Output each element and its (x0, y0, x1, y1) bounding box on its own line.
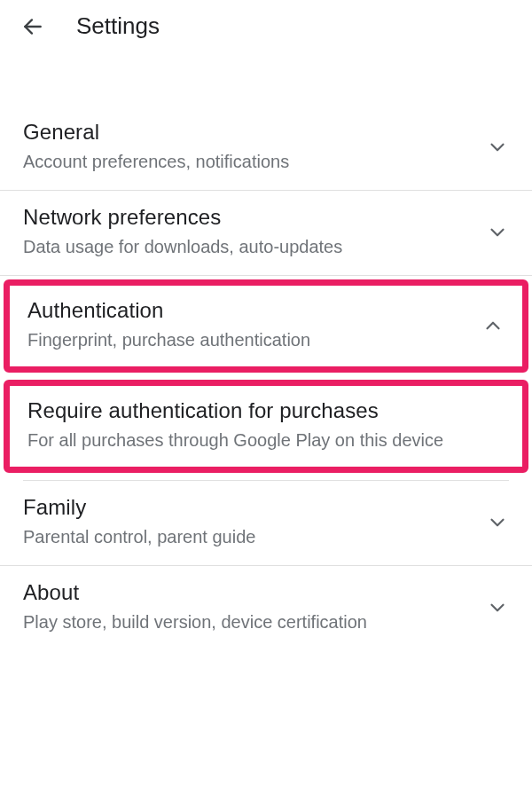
section-subtitle: Data usage for downloads, auto-updates (23, 235, 473, 259)
section-title: About (23, 580, 473, 605)
section-texts: Network preferences Data usage for downl… (23, 205, 473, 259)
section-subtitle: Play store, build version, device certif… (23, 610, 473, 634)
section-texts: General Account preferences, notificatio… (23, 120, 473, 174)
highlight-authentication: Authentication Fingerprint, purchase aut… (4, 279, 528, 373)
section-require-auth[interactable]: Require authentication for purchases For… (10, 386, 522, 467)
section-texts: Family Parental control, parent guide (23, 495, 473, 549)
section-title: Authentication (27, 298, 469, 323)
chevron-up-icon (481, 314, 505, 337)
section-general[interactable]: General Account preferences, notificatio… (0, 106, 532, 191)
section-subtitle: Parental control, parent guide (23, 525, 473, 549)
chevron-down-icon (486, 136, 509, 159)
section-network[interactable]: Network preferences Data usage for downl… (0, 191, 532, 276)
section-title: Family (23, 495, 473, 520)
section-texts: Authentication Fingerprint, purchase aut… (27, 298, 469, 352)
chevron-down-icon (486, 596, 509, 619)
back-button[interactable] (21, 15, 44, 38)
section-title: Require authentication for purchases (27, 398, 505, 423)
page-title: Settings (76, 12, 160, 40)
settings-list: General Account preferences, notificatio… (0, 52, 532, 650)
section-about[interactable]: About Play store, build version, device … (0, 566, 532, 650)
section-subtitle: Account preferences, notifications (23, 150, 473, 174)
section-authentication[interactable]: Authentication Fingerprint, purchase aut… (10, 286, 522, 366)
section-subtitle: For all purchases through Google Play on… (27, 429, 505, 452)
chevron-down-icon (486, 221, 509, 244)
section-texts: Require authentication for purchases For… (27, 398, 505, 452)
app-header: Settings (0, 0, 532, 52)
section-texts: About Play store, build version, device … (23, 580, 473, 634)
arrow-left-icon (21, 15, 44, 38)
section-title: General (23, 120, 473, 145)
section-subtitle: Fingerprint, purchase authentication (27, 328, 469, 352)
section-title: Network preferences (23, 205, 473, 230)
highlight-require-auth: Require authentication for purchases For… (4, 380, 528, 473)
chevron-down-icon (486, 511, 509, 534)
section-family[interactable]: Family Parental control, parent guide (0, 481, 532, 566)
